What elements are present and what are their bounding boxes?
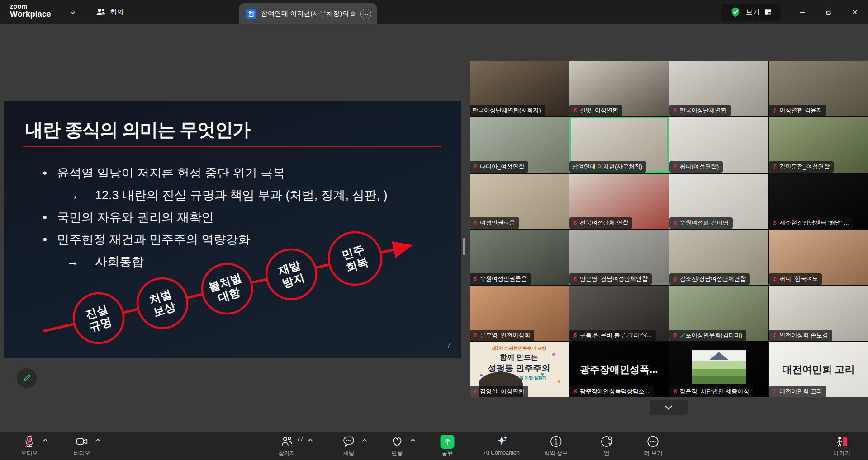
toolbar-ai-companion-button[interactable]: AI Companion xyxy=(484,434,519,456)
toolbar-meeting-info-label: 회의 정보 xyxy=(544,450,568,457)
info-icon xyxy=(549,435,563,448)
apps-icon xyxy=(600,435,613,448)
mic-muted-icon xyxy=(772,389,778,394)
participant-nametag: 수원여성회-김미영 xyxy=(669,217,733,229)
mic-muted-icon xyxy=(772,276,778,282)
toolbar-share-button[interactable]: 공유 xyxy=(441,434,455,457)
panel-resize-handle[interactable] xyxy=(463,238,465,255)
participant-tile[interactable]: 광주장애인성폭... 광주장애인성폭력상담소... xyxy=(569,342,669,397)
toolbar-meeting-info-button[interactable]: 회의 정보 xyxy=(544,434,568,457)
annotate-button[interactable] xyxy=(17,368,37,388)
participants-count: 77 xyxy=(297,435,304,442)
video-thumbnail xyxy=(692,350,746,384)
participant-name: 정은정_사단법인 세종여성 xyxy=(680,387,749,395)
participant-nametag: 한국여성단체연합 xyxy=(669,105,731,116)
participant-name: 구름.린.은비.블루.크리스/... xyxy=(580,331,652,339)
share-tab-title: 참여연대 이지현(사무처장)의 화면 xyxy=(261,9,355,18)
toolbar-audio-button[interactable]: 오디오 xyxy=(21,434,38,457)
participant-tile[interactable]: 류부영_인천여성회 xyxy=(470,286,569,341)
toolbar-participants-button[interactable]: 77 참가자 xyxy=(278,434,295,457)
camera-icon xyxy=(75,435,89,448)
mic-muted-icon xyxy=(672,332,678,338)
participant-tile[interactable]: 김민문정_여성연합 xyxy=(769,117,868,172)
toolbar-reactions-label: 반응 xyxy=(392,450,403,457)
view-button[interactable]: 보기 xyxy=(746,8,759,17)
participant-name: 여성연합 김윤자 xyxy=(779,106,822,114)
ai-sparkle-icon xyxy=(495,435,508,448)
chevron-up-icon[interactable] xyxy=(307,438,313,442)
participant-nametag: 길벗_여성연합 xyxy=(569,105,622,116)
participant-tile[interactable]: 김소진/경남여성단체연합 xyxy=(669,230,768,285)
participant-tile[interactable]: 여성연합 김윤자 xyxy=(769,61,868,116)
participant-tile[interactable]: 한국여성단체연합(사회자) xyxy=(470,61,569,116)
participant-name: 한국여성단체연합(사회자) xyxy=(472,106,541,114)
chat-icon xyxy=(342,435,356,448)
toolbar-participants-label: 참가자 xyxy=(278,450,295,457)
chevron-up-icon[interactable] xyxy=(42,438,48,442)
participant-tile[interactable]: 대전여민회 고리 대전여민회 고리 xyxy=(769,342,868,397)
participant-tile[interactable]: 전북여성단체 연합 xyxy=(569,174,669,229)
view-layout-icon[interactable] xyxy=(764,8,772,16)
mic-muted-icon xyxy=(572,108,578,113)
shared-screen-slide: 내란 종식의 의미는 무엇인가 ● 윤석열 일당이 저지른 헌정 중단 위기 극… xyxy=(4,101,461,358)
participant-nametag: 전북여성단체 연합 xyxy=(569,217,633,229)
chevron-down-icon[interactable] xyxy=(69,9,77,17)
mic-muted-icon xyxy=(572,220,578,226)
window-controls: ─ ✕ xyxy=(789,0,868,24)
chevron-up-icon[interactable] xyxy=(361,438,368,442)
participant-tile[interactable]: 나디아_여성연합 xyxy=(470,117,569,172)
participant-name: 인천여성회 손보경 xyxy=(779,331,828,339)
tab-shared-screen[interactable]: 참 참여연대 이지현(사무처장)의 화면 … xyxy=(239,3,377,24)
participant-tile[interactable]: 정은정_사단법인 세종여성 xyxy=(669,342,768,397)
participant-name: 안은영_경남여성단체연합 xyxy=(580,275,648,283)
titlebar: zoom Workplace 회의 참 참여연대 이지현(사무처장)의 화면 … xyxy=(0,0,868,24)
participant-nametag: 여성인권티움 xyxy=(470,217,519,229)
participant-name: 수원여성인권돋음 xyxy=(480,275,527,283)
participant-tile[interactable]: 인천여성회 손보경 xyxy=(769,286,868,341)
mic-muted-icon xyxy=(672,108,678,113)
participant-tile[interactable]: 수원여성인권돋음 xyxy=(470,230,569,285)
participant-tile[interactable]: 안은영_경남여성단체연합 xyxy=(569,230,669,285)
toolbar-leave-label: 나가기 xyxy=(833,450,850,457)
mic-muted-icon xyxy=(672,220,678,226)
participant-tile[interactable]: 제3차 성평등민주주의 포럼 함께 만드는 성평등 민주주의 삶과 제도, 공존… xyxy=(470,342,569,397)
ellipsis-icon[interactable]: … xyxy=(360,9,371,19)
toolbar-reactions-button[interactable]: 반응 xyxy=(390,434,404,457)
tab-meeting[interactable]: 회의 xyxy=(96,5,123,19)
participant-tile[interactable]: 수원여성회-김미영 xyxy=(669,174,768,229)
participant-nametag: 광주장애인성폭력상담소... xyxy=(569,386,654,397)
participant-name: 여성인권티움 xyxy=(480,219,515,227)
mic-muted-icon xyxy=(572,332,578,338)
participant-name: 김소진/경남여성단체연합 xyxy=(680,275,746,283)
restore-button[interactable] xyxy=(816,0,842,24)
toolbar-video-button[interactable]: 비디오 xyxy=(73,434,90,457)
meeting-toolbar: 오디오 비디오 xyxy=(0,432,868,460)
participant-tile[interactable]: 참여연대 이지현(사무처장) xyxy=(569,117,669,172)
participant-name: 김민문정_여성연합 xyxy=(779,163,830,171)
participant-tile[interactable]: 군포여성민우회(김다미) xyxy=(669,286,768,341)
toolbar-more-button[interactable]: 더 보기 xyxy=(644,434,663,457)
participant-tile[interactable]: 제주현장상담센터 '해냄' ... xyxy=(769,174,868,229)
toolbar-leave-button[interactable]: 나가기 xyxy=(833,434,850,457)
diagram-svg: 진실규명처벌보상불처벌대항재발방지민주회복 xyxy=(4,101,461,358)
security-shield-icon[interactable] xyxy=(730,6,741,18)
chevron-up-icon[interactable] xyxy=(95,438,101,442)
participant-tile[interactable]: 써니_한국여노 xyxy=(769,230,868,285)
participant-tile[interactable]: 길벗_여성연합 xyxy=(569,61,669,116)
logo-zoom-text: zoom xyxy=(10,3,51,10)
participant-tile[interactable]: 구름.린.은비.블루.크리스/... xyxy=(569,286,669,341)
mic-muted-icon xyxy=(672,164,678,169)
participant-tile[interactable]: 한국여성단체연합 xyxy=(669,61,768,116)
close-button[interactable]: ✕ xyxy=(842,0,868,24)
scroll-participants-button[interactable] xyxy=(650,400,688,415)
toolbar-apps-button[interactable]: 앱 xyxy=(600,434,613,457)
participant-tile[interactable]: 써니(여성연합) xyxy=(669,117,768,172)
toolbar-chat-button[interactable]: 채팅 xyxy=(342,434,356,457)
chevron-up-icon[interactable] xyxy=(410,438,416,442)
participant-nametag: 제주현장상담센터 '해냄' ... xyxy=(769,217,853,229)
toolbar-chat-label: 채팅 xyxy=(343,450,355,457)
mic-muted-icon xyxy=(472,332,478,338)
participant-tile[interactable]: 여성인권티움 xyxy=(470,174,569,229)
participant-nametag: 나디아_여성연합 xyxy=(470,161,528,173)
minimize-button[interactable]: ─ xyxy=(789,0,816,24)
